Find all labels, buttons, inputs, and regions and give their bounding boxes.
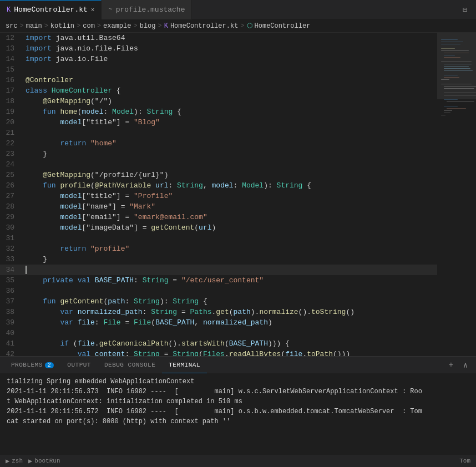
token-str: "profile": [90, 245, 129, 253]
line-number: 13: [0, 43, 23, 54]
terminal-shell-item[interactable]: ▶ zsh: [6, 457, 23, 465]
svg-rect-18: [444, 88, 474, 89]
token-str: "home": [90, 139, 117, 148]
token-kw: import: [26, 55, 56, 63]
line-number: 25: [0, 170, 23, 180]
line-number: 17: [0, 85, 23, 96]
tab-output[interactable]: OUTPUT: [60, 357, 98, 373]
line-number: 19: [0, 106, 23, 117]
breadcrumb-class[interactable]: HomeController: [255, 22, 311, 30]
token-plain: ,: [203, 181, 212, 190]
token-kw: var: [60, 318, 77, 327]
breadcrumb-blog[interactable]: blog: [140, 22, 156, 30]
tab-homecontroller[interactable]: K HomeController.kt ×: [0, 0, 102, 19]
svg-rect-13: [444, 75, 458, 75]
terminal-content[interactable]: tializing Spring embedded WebApplication…: [0, 373, 476, 455]
token-kw: import: [26, 44, 56, 53]
token-plain: [26, 308, 60, 316]
code-line: 12import java.util.Base64: [0, 33, 437, 43]
token-prop: normalized_path: [78, 308, 143, 316]
token-fn: home: [60, 108, 77, 116]
token-type: String: [277, 181, 303, 190]
token-str: "Blog": [134, 118, 160, 126]
token-plain: java.io.File: [56, 55, 108, 63]
terminal-run-item[interactable]: ▶ bootRun: [28, 457, 60, 465]
token-plain: ("/"): [90, 97, 112, 105]
add-terminal-button[interactable]: +: [445, 359, 457, 371]
line-content: [23, 159, 437, 170]
line-content: fun home(model: Model): String {: [23, 106, 437, 117]
token-plain: (): [346, 308, 355, 316]
line-content: model["email"] = "emark@email.com": [23, 212, 437, 222]
token-kw: var: [60, 308, 77, 316]
tab-profile-mustache[interactable]: ~ profile.mustache: [102, 0, 192, 19]
close-tab-homecontroller[interactable]: ×: [91, 7, 95, 13]
code-line: 38 var normalized_path: String = Paths.g…: [0, 307, 437, 317]
token-prop: model: [60, 213, 82, 221]
token-plain: [26, 224, 60, 232]
token-plain: =: [160, 350, 173, 356]
token-plain: ).: [251, 308, 260, 316]
code-line: 19 fun home(model: Model): String {: [0, 106, 437, 117]
line-content: model["name"] = "Mark": [23, 201, 437, 212]
code-editor[interactable]: 12import java.util.Base6413import java.n…: [0, 33, 437, 356]
token-type: String: [173, 350, 199, 356]
breadcrumb-example[interactable]: example: [103, 22, 131, 30]
line-content: private val BASE_PATH: String = "/etc/us…: [23, 275, 437, 286]
svg-rect-22: [447, 101, 474, 102]
line-number: 22: [0, 138, 23, 149]
token-plain: [151, 181, 155, 190]
svg-rect-4: [441, 50, 469, 51]
collapse-panel-button[interactable]: ∧: [459, 359, 472, 371]
token-fn: normalize: [259, 308, 298, 316]
line-number: 42: [0, 349, 23, 356]
token-plain: :: [169, 181, 178, 190]
token-prop: BASE_PATH: [95, 276, 134, 285]
token-plain: ["imageData"] =: [82, 224, 151, 232]
token-plain: [26, 118, 60, 126]
breadcrumb-main[interactable]: main: [26, 22, 42, 30]
code-line: 37 fun getContent(path: String): String …: [0, 296, 437, 307]
token-plain: :: [125, 350, 134, 356]
line-content: [23, 286, 437, 296]
breadcrumb-kotlin[interactable]: kotlin: [50, 22, 74, 30]
svg-rect-8: [441, 62, 472, 62]
token-ann: @GetMapping: [43, 97, 90, 105]
tab-terminal[interactable]: TERMINAL: [162, 357, 207, 373]
svg-rect-20: [444, 95, 476, 95]
user-tom-label: Tom: [459, 458, 470, 464]
code-line: 28 model["name"] = "Mark": [0, 201, 437, 212]
token-plain: (: [229, 308, 234, 316]
tab-profile-mustache-label: profile.mustache: [116, 6, 185, 14]
tab-debug-console[interactable]: DEBUG CONSOLE: [98, 357, 162, 373]
breadcrumb-com[interactable]: com: [83, 22, 95, 30]
token-plain: =: [177, 308, 190, 316]
token-fn: readAllBytes: [229, 350, 281, 356]
breadcrumb-src[interactable]: src: [6, 22, 18, 30]
split-editor-button[interactable]: ⊟: [458, 3, 472, 16]
token-plain: [26, 339, 60, 348]
token-param: model: [82, 108, 103, 116]
token-plain: }: [26, 255, 47, 263]
tab-problems[interactable]: PROBLEMS 2: [4, 357, 60, 373]
svg-rect-21: [444, 99, 458, 100]
token-plain: ["name"] =: [82, 202, 129, 211]
svg-rect-12: [444, 70, 473, 71]
svg-rect-0: [441, 39, 458, 40]
svg-rect-17: [444, 86, 476, 87]
token-prop: model: [60, 118, 82, 126]
code-line: 25 @GetMapping("/profile/{url}"): [0, 170, 437, 180]
token-plain: ,: [194, 318, 203, 327]
token-plain: ["email"] =: [82, 213, 134, 221]
token-plain: ().: [298, 308, 311, 316]
line-number: 39: [0, 317, 23, 328]
terminal-line: 2021-11-11 20:11:56.572 INFO 16982 ---- …: [7, 407, 469, 427]
line-content: import java.nio.file.Files: [23, 43, 437, 54]
line-content: [23, 328, 437, 338]
code-line: 21: [0, 128, 437, 138]
line-content: @GetMapping("/profile/{url}"): [23, 170, 437, 180]
token-plain: ())): [333, 350, 350, 356]
breadcrumb-file[interactable]: HomeController.kt: [170, 22, 238, 30]
token-prop: content: [95, 350, 125, 356]
run-icon: ▶: [28, 457, 32, 465]
